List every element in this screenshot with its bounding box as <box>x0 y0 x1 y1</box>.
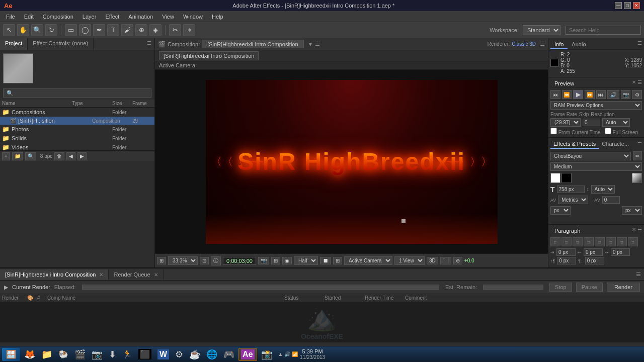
align-left[interactable]: ≡ <box>550 237 560 246</box>
tab-character[interactable]: Characte... <box>599 140 632 149</box>
menu-file[interactable]: File <box>2 13 19 21</box>
comp-safe-btn[interactable]: ⊞ <box>333 257 342 264</box>
menu-edit[interactable]: Edit <box>20 13 38 21</box>
comp-camera-btn[interactable]: 📷 <box>258 257 269 264</box>
from-current-checkbox[interactable] <box>550 128 557 134</box>
align-right[interactable]: ≡ <box>573 237 583 246</box>
auto-select[interactable]: Auto <box>591 185 615 194</box>
minimize-button[interactable]: — <box>615 2 622 9</box>
menu-window[interactable]: Window <box>179 13 207 21</box>
taskbar-runners[interactable]: 🏃 <box>120 348 134 361</box>
comp-overlay-btn[interactable]: ◉ <box>282 257 292 264</box>
taskbar-word[interactable]: W <box>155 348 171 361</box>
pencil-icon-btn[interactable]: ✏ <box>633 151 642 160</box>
menu-help[interactable]: Help <box>208 13 227 21</box>
render-queue-tab-close[interactable]: ✕ <box>154 272 158 278</box>
unit-select-2[interactable]: px <box>622 206 642 215</box>
tab-paragraph[interactable]: Paragraph <box>550 227 584 235</box>
taskbar-ram[interactable]: 🐏 <box>56 348 70 361</box>
start-button[interactable]: 🪟 <box>2 348 20 361</box>
audio-btn[interactable]: 🔊 <box>607 90 619 99</box>
taskbar-photoshop[interactable]: 📸 <box>259 348 274 361</box>
tool-hand[interactable]: ✋ <box>17 24 29 36</box>
align-justify-right[interactable]: ≡ <box>606 237 616 246</box>
tool-rect[interactable]: ▭ <box>65 24 77 36</box>
next-frame-btn[interactable]: ⏩ <box>585 90 595 99</box>
menu-effect[interactable]: Effect <box>101 13 123 21</box>
prev-frame-btn[interactable]: ⏪ <box>562 90 572 99</box>
font-size-input[interactable] <box>557 186 585 193</box>
gradient-swatch[interactable] <box>632 173 642 183</box>
new-item-btn[interactable]: + <box>2 152 10 160</box>
full-screen-checkbox[interactable] <box>605 128 611 134</box>
color-swatch-white[interactable] <box>550 173 560 183</box>
tool-puppet[interactable]: ⌖ <box>183 24 195 36</box>
info-color-swatch[interactable] <box>550 59 558 67</box>
comp-expand-btn[interactable]: ☰ <box>315 41 320 47</box>
taskbar-vlc[interactable]: 🎬 <box>72 348 88 361</box>
nav-btn-right[interactable]: ▶ <box>77 152 87 160</box>
align-justify-all[interactable]: ≡ <box>617 237 627 246</box>
skip-to-start-btn[interactable]: ⏮ <box>550 90 560 99</box>
ram-preview-select[interactable]: RAM Preview Options <box>550 101 642 110</box>
tool-select[interactable]: ↖ <box>3 24 15 36</box>
search-help-input[interactable] <box>566 26 641 35</box>
snapshot-btn[interactable]: 📷 <box>621 90 631 99</box>
comp-info-btn[interactable]: ⓘ <box>211 256 221 265</box>
taskbar-app10[interactable]: ⚙ <box>173 348 185 361</box>
nav-btn[interactable]: ◀ <box>66 152 75 160</box>
skip-to-end-btn[interactable]: ⏭ <box>596 90 606 99</box>
font-style-select[interactable]: Medium <box>550 162 642 171</box>
timeline-tab-close[interactable]: ✕ <box>99 272 103 278</box>
tab-effects-presets[interactable]: Effects & Presets <box>550 140 599 149</box>
comp-tab[interactable]: [SinR]Highbreedxii Intro Composition <box>202 40 303 48</box>
effects-panel-close[interactable]: ☰ <box>637 140 642 149</box>
indent-right-input[interactable] <box>584 248 603 256</box>
workspace-select[interactable]: Standard <box>523 25 560 35</box>
tool-rotate[interactable]: ↻ <box>45 24 57 36</box>
zoom-select[interactable]: 33.3% 50% 100% <box>168 256 198 265</box>
tool-clone[interactable]: ⊕ <box>135 24 147 36</box>
kerning-select[interactable]: Metrics <box>558 196 588 204</box>
comp-options-btn[interactable]: ▼ <box>308 41 313 47</box>
list-item[interactable]: 🎬 [SinR]H...sition Composition 29 <box>0 117 154 125</box>
timeline-panel-menu[interactable]: ☰ <box>633 269 644 280</box>
preview-panel-close[interactable]: ✕ ☰ <box>632 79 642 87</box>
space-after-input[interactable] <box>585 257 604 264</box>
comp-3d-btn[interactable]: 3D <box>427 257 438 264</box>
font-select[interactable]: GhostBayou <box>550 152 631 160</box>
folder-btn[interactable]: 📁 <box>12 152 23 160</box>
align-last[interactable]: ≡ <box>628 237 638 246</box>
taskbar-after-effects[interactable]: Ae <box>238 348 257 361</box>
tool-zoom[interactable]: 🔍 <box>31 24 43 36</box>
taskbar-explorer[interactable]: 📁 <box>39 348 54 361</box>
project-search-input[interactable] <box>3 88 151 98</box>
taskbar-firefox[interactable]: 🦊 <box>22 348 37 361</box>
tab-effect-controls[interactable]: Effect Controls: (none) <box>28 38 94 50</box>
view-mode-select[interactable]: Half Full <box>294 256 318 265</box>
tab-composition-timeline[interactable]: [SinR]Highbreedxii Intro Composition ✕ <box>0 269 109 280</box>
camera-select[interactable]: Active Camera <box>344 256 392 265</box>
taskbar-app11[interactable]: ☕ <box>187 348 202 361</box>
close-button[interactable]: ✕ <box>633 2 640 9</box>
tool-shape[interactable]: ◯ <box>79 24 91 36</box>
indent-left-input[interactable] <box>556 248 576 256</box>
taskbar-globe[interactable]: 🌐 <box>204 348 219 361</box>
tool-text[interactable]: T <box>107 24 119 36</box>
tab-project[interactable]: Project <box>0 38 28 50</box>
color-swatch-black[interactable] <box>561 173 572 183</box>
tab-render-queue[interactable]: Render Queue ✕ <box>109 269 163 280</box>
list-item[interactable]: 📁 Solids Folder <box>0 134 154 143</box>
view-count-select[interactable]: 1 View <box>394 256 425 265</box>
play-btn[interactable]: ▶ <box>573 90 583 99</box>
paragraph-close[interactable]: ✕ ☰ <box>632 227 642 235</box>
panel-menu-btn[interactable]: ☰ <box>540 41 545 47</box>
taskbar-camera[interactable]: 📷 <box>90 348 105 361</box>
tool-brush[interactable]: 🖌 <box>121 24 133 36</box>
tracking-input[interactable] <box>602 196 620 204</box>
menu-view[interactable]: View <box>158 13 178 21</box>
renderer-value[interactable]: Classic 3D <box>512 41 536 47</box>
from-current-checkbox-label[interactable]: From Current Time <box>550 128 601 135</box>
render-button[interactable]: Render <box>607 283 640 292</box>
trash-btn[interactable]: 🗑 <box>54 152 64 160</box>
